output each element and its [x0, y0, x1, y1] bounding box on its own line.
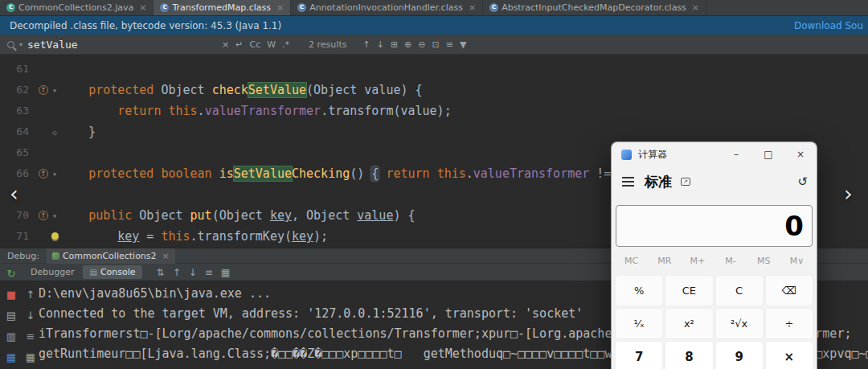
nav-left-chevron[interactable]: ‹: [10, 182, 18, 206]
search-options-chevron-icon[interactable]: ▾: [19, 41, 23, 48]
filter-add-icon[interactable]: ⊕: [401, 39, 415, 50]
calc-key-C[interactable]: C: [715, 275, 764, 306]
maximize-button[interactable]: □: [752, 142, 784, 166]
results-count: 2 results: [305, 39, 350, 50]
fold-marker-icon[interactable]: ▾: [52, 86, 57, 95]
sort-icon[interactable]: ⇅: [153, 267, 169, 278]
gutter-slot: [50, 184, 59, 205]
download-sources-link[interactable]: Download Sou: [794, 20, 863, 31]
whole-words-toggle[interactable]: W: [264, 39, 279, 50]
close-icon[interactable]: ×: [469, 2, 476, 13]
sort-lines-icon[interactable]: ≡: [443, 39, 457, 50]
memory-m∨[interactable]: M∨: [780, 252, 813, 270]
filter-exclude-icon[interactable]: ⊖: [415, 39, 428, 50]
calculator-title-bar[interactable]: 计算器 – □ ×: [612, 142, 817, 166]
keep-on-top-icon[interactable]: ↗: [681, 178, 690, 186]
code-token: is: [219, 166, 234, 181]
code-token: Checking: [292, 166, 350, 181]
calc-key-⌫[interactable]: ⌫: [765, 275, 813, 306]
debug-session-tab[interactable]: CommonCollections2 ×: [47, 248, 175, 264]
intention-bulb-icon[interactable]: [51, 232, 59, 240]
next-match-icon[interactable]: ↓: [374, 39, 387, 50]
memory-m+[interactable]: M+: [681, 252, 714, 270]
down-stack-icon[interactable]: ↓: [23, 310, 38, 322]
line-number: 61: [0, 59, 37, 80]
next-frame-icon[interactable]: ↓: [185, 267, 201, 278]
memory-ms[interactable]: MS: [747, 252, 780, 270]
select-all-matches-icon[interactable]: ⊞: [387, 39, 401, 50]
code-token: , Object: [292, 208, 357, 223]
find-bar: ▾ setValue ×↵CcW.*2 results↑↓⊞⊕⊖⊡≡▼: [0, 35, 868, 55]
gutter-slot: ◇: [50, 121, 59, 142]
calc-key-8[interactable]: 8: [665, 341, 713, 369]
mute-breakpoints-icon[interactable]: ▥: [4, 330, 18, 342]
scroll-end-icon[interactable]: ▦: [23, 351, 38, 363]
code-token: Object: [139, 208, 190, 223]
up-stack-icon[interactable]: ↑: [23, 289, 38, 301]
soft-wrap-icon[interactable]: ≡: [23, 330, 38, 342]
code-line: 61: [0, 59, 868, 80]
gutter-slot: ↑: [37, 163, 50, 184]
line-number: 65: [0, 142, 37, 163]
calc-key-²√x[interactable]: ²√x: [715, 308, 764, 339]
code-token: put: [190, 208, 212, 223]
tab-transformedmap-class[interactable]: CTransformedMap.class×: [154, 0, 291, 15]
calc-key-÷[interactable]: ÷: [765, 308, 813, 339]
hamburger-menu-icon[interactable]: [622, 181, 634, 182]
close-icon[interactable]: ×: [139, 2, 146, 13]
tab-commoncollections2-java[interactable]: CCommonCollections2.java×: [0, 0, 154, 15]
code-token: public: [88, 208, 139, 223]
calc-key-9[interactable]: 9: [715, 341, 764, 369]
override-method-icon[interactable]: ↑: [39, 169, 48, 178]
clear-search-icon[interactable]: ×: [219, 39, 232, 50]
close-icon[interactable]: ×: [692, 2, 699, 13]
override-method-icon[interactable]: ↑: [39, 211, 48, 220]
calc-key-x²[interactable]: x²: [665, 308, 713, 339]
close-icon[interactable]: ×: [276, 2, 284, 13]
search-input[interactable]: setValue: [27, 39, 214, 51]
resume-icon[interactable]: ▤: [4, 310, 18, 322]
calc-key-CE[interactable]: CE: [665, 275, 713, 306]
code-token: this: [168, 104, 197, 118]
rerun-icon[interactable]: ↻: [4, 268, 18, 280]
prev-frame-icon[interactable]: ↑: [169, 267, 185, 278]
calculator-window: 计算器 – □ × 标准 ↗ ↺ 0 MCMRM+M-MSM∨ %CEC⌫¹⁄ₓ…: [611, 141, 817, 369]
calc-key-×[interactable]: ×: [765, 341, 813, 369]
override-method-icon[interactable]: ↑: [39, 85, 48, 95]
prev-match-icon[interactable]: ↑: [359, 39, 373, 50]
tab-console[interactable]: ▤ Console: [83, 265, 141, 279]
filter-scope-icon[interactable]: ⊡: [429, 39, 443, 50]
calc-key-%[interactable]: %: [615, 275, 663, 306]
history-icon[interactable]: ↺: [797, 174, 808, 189]
stop-icon[interactable]: ■: [4, 289, 18, 301]
calc-key-7[interactable]: 7: [615, 341, 663, 369]
layout-grid-icon[interactable]: ▦: [4, 351, 18, 363]
fold-marker-icon[interactable]: ▾: [52, 170, 57, 178]
tab-debugger[interactable]: Debugger: [24, 265, 80, 279]
close-icon[interactable]: ×: [162, 251, 170, 261]
regex-toggle[interactable]: .*: [279, 39, 293, 50]
code-line: 63 return this.valueTransformer.transfor…: [0, 100, 868, 121]
calculator-title: 计算器: [638, 148, 667, 162]
tab-abstractinputcheckedmapdecorator-class[interactable]: CAbstractInputCheckedMapDecorator.class×: [483, 0, 706, 15]
gutter-slot: [50, 226, 59, 247]
memory-mr[interactable]: MR: [648, 252, 681, 270]
fold-marker-icon[interactable]: ◇: [52, 128, 57, 137]
fold-marker-icon[interactable]: ▾: [52, 211, 57, 220]
view-options-icon[interactable]: ≡: [201, 267, 217, 278]
memory-mc[interactable]: MC: [615, 252, 648, 270]
line-number: 66: [0, 163, 37, 184]
search-newline-icon[interactable]: ↵: [232, 39, 246, 50]
code-token: key: [292, 229, 313, 244]
memory-m-[interactable]: M-: [714, 252, 747, 270]
code-token: (): [350, 166, 371, 181]
match-case-toggle[interactable]: Cc: [246, 39, 264, 50]
calc-key-¹⁄ₓ[interactable]: ¹⁄ₓ: [615, 308, 663, 339]
tab-annotationinvocationhandler-class[interactable]: CAnnotationInvocationHandler.class×: [291, 0, 483, 15]
close-button[interactable]: ×: [784, 142, 817, 166]
layout-icon[interactable]: ▦: [217, 267, 234, 278]
code-token: protected boolean: [88, 166, 219, 181]
nav-right-chevron[interactable]: ›: [844, 182, 853, 206]
minimize-button[interactable]: –: [720, 142, 752, 166]
filter-funnel-icon[interactable]: ▼: [457, 39, 469, 50]
